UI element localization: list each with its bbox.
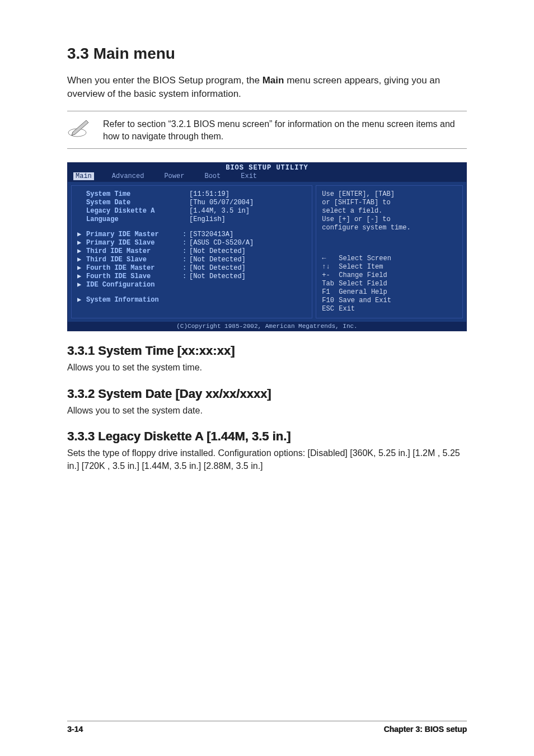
subsection-text: Allows you to set the system date. [67, 405, 467, 417]
bios-tab-boot[interactable]: Boot [202, 172, 223, 180]
bios-row-ide-config[interactable]: ▶IDE Configuration [77, 281, 306, 289]
bios-row-system-date[interactable]: System Date[Thu 05/07/2004] [77, 199, 306, 207]
subsection-heading: 3.3.2 System Date [Day xx/xx/xxxx] [67, 387, 467, 401]
bios-menubar: Main Advanced Power Boot Exit [68, 172, 466, 182]
bios-row-primary-ide-master[interactable]: ▶Primary IDE Master:[ST320413A] [77, 231, 306, 239]
subsection-text: Sets the type of floppy drive installed.… [67, 447, 467, 472]
section-heading: 3.3 Main menu [67, 45, 467, 63]
bios-tab-power[interactable]: Power [162, 172, 186, 180]
bios-row-primary-ide-slave[interactable]: ▶Primary IDE Slave:[ASUS CD-S520/A] [77, 239, 306, 247]
bios-help-line: select a field. [322, 207, 457, 215]
bios-copyright: (C)Copyright 1985-2002, American Megatre… [68, 322, 466, 331]
bios-tab-main[interactable]: Main [73, 172, 94, 180]
bios-key-hint: ↑↓Select Item [322, 263, 457, 271]
note-block: Refer to section “3.2.1 BIOS menu screen… [67, 111, 467, 149]
bios-help-line: configure system time. [322, 224, 457, 232]
bios-help-panel: Use [ENTER], [TAB] or [SHIFT-TAB] to sel… [316, 185, 463, 318]
intro-text-before: When you enter the BIOS Setup program, t… [67, 75, 263, 86]
pencil-note-icon [67, 117, 92, 139]
bios-row-third-ide-master[interactable]: ▶Third IDE Master:[Not Detected] [77, 247, 306, 256]
bios-row-legacy-diskette[interactable]: Legacy Diskette A[1.44M, 3.5 in] [77, 207, 306, 215]
intro-paragraph: When you enter the BIOS Setup program, t… [67, 74, 467, 101]
bios-key-hint: TabSelect Field [322, 280, 457, 288]
bios-key-hint: +-Change Field [322, 271, 457, 280]
bios-row-language[interactable]: Language[English] [77, 215, 306, 224]
bios-tab-advanced[interactable]: Advanced [110, 172, 147, 180]
bios-key-hint: F10Save and Exit [322, 297, 457, 305]
bios-screenshot: BIOS SETUP UTILITY Main Advanced Power B… [67, 162, 467, 331]
bios-key-hint: ESCExit [322, 305, 457, 313]
note-text: Refer to section “3.2.1 BIOS menu screen… [103, 117, 467, 143]
bios-title: BIOS SETUP UTILITY [68, 163, 466, 172]
subsection-heading: 3.3.3 Legacy Diskette A [1.44M, 3.5 in.] [67, 429, 467, 444]
bios-row-system-time[interactable]: System Time[11:51:19] [77, 190, 306, 199]
subsection-text: Allows you to set the system time. [67, 361, 467, 374]
bios-help-line: or [SHIFT-TAB] to [322, 199, 457, 207]
page-footer: 3-14 Chapter 3: BIOS setup [67, 721, 467, 734]
bios-key-hint: ←Select Screen [322, 255, 457, 263]
bios-row-third-ide-slave[interactable]: ▶Third IDE Slave:[Not Detected] [77, 256, 306, 264]
bios-help-line: Use [+] or [-] to [322, 215, 457, 224]
bios-row-system-info[interactable]: ▶System Information [77, 296, 306, 304]
chapter-label: Chapter 3: BIOS setup [383, 725, 467, 734]
bios-row-fourth-ide-master[interactable]: ▶Fourth IDE Master:[Not Detected] [77, 264, 306, 273]
bios-key-hint: F1General Help [322, 288, 457, 297]
bios-tab-exit[interactable]: Exit [238, 172, 259, 180]
bios-help-line: Use [ENTER], [TAB] [322, 190, 457, 199]
bios-left-panel: System Time[11:51:19] System Date[Thu 05… [71, 185, 312, 318]
page-number: 3-14 [67, 725, 83, 734]
subsection-heading: 3.3.1 System Time [xx:xx:xx] [67, 344, 467, 358]
bios-row-fourth-ide-slave[interactable]: ▶Fourth IDE Slave:[Not Detected] [77, 273, 306, 281]
intro-text-bold: Main [263, 75, 284, 86]
